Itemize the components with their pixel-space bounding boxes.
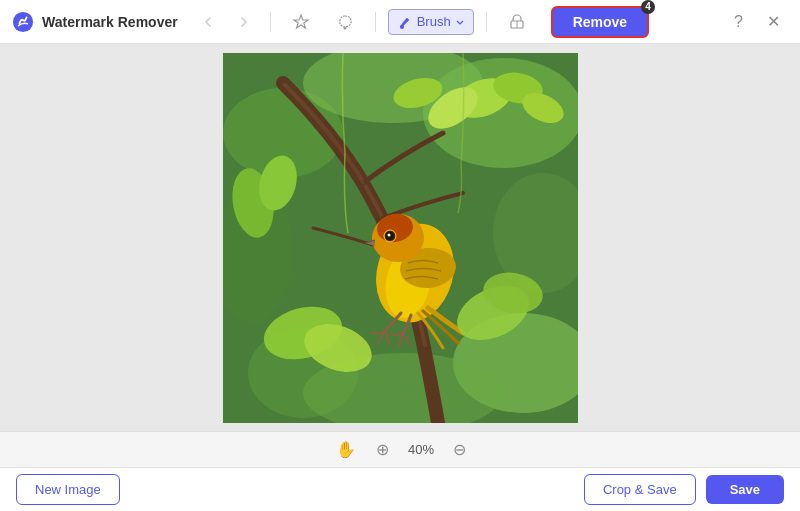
hand-tool-icon[interactable]: ✋ (330, 438, 362, 461)
svg-point-27 (387, 233, 390, 236)
save-button[interactable]: Save (706, 475, 784, 504)
app-logo-icon (12, 11, 34, 33)
close-button[interactable]: ✕ (759, 8, 788, 35)
eraser-tool-button[interactable] (499, 8, 535, 36)
svg-point-0 (13, 11, 33, 31)
remove-button[interactable]: Remove (551, 6, 649, 38)
help-button[interactable]: ? (726, 9, 751, 35)
back-button[interactable] (194, 10, 222, 34)
footer-right: Crop & Save Save (584, 474, 784, 505)
toolbar-divider-3 (486, 12, 487, 32)
zoom-out-icon[interactable]: ⊖ (449, 438, 470, 461)
star-tool-button[interactable] (283, 8, 319, 36)
brush-label: Brush (417, 14, 451, 29)
zoom-level: 40% (403, 442, 439, 457)
svg-point-2 (400, 25, 404, 29)
image-container[interactable] (223, 53, 578, 423)
toolbar-divider-1 (270, 12, 271, 32)
lasso-tool-button[interactable] (327, 8, 363, 36)
zoom-in-icon[interactable]: ⊕ (372, 438, 393, 461)
zoom-bar: ✋ ⊕ 40% ⊖ (0, 431, 800, 467)
title-bar: Watermark Remover Brush (0, 0, 800, 44)
svg-point-1 (343, 26, 346, 29)
brush-dropdown-icon (455, 17, 465, 27)
main-canvas (0, 44, 800, 431)
main-image[interactable] (223, 53, 578, 423)
crop-save-button[interactable]: Crop & Save (584, 474, 696, 505)
brush-tool-button[interactable]: Brush (388, 9, 474, 35)
footer: New Image Crop & Save Save (0, 467, 800, 511)
remove-badge: 4 (641, 0, 655, 14)
app-title: Watermark Remover (42, 14, 178, 30)
forward-button[interactable] (230, 10, 258, 34)
toolbar-divider-2 (375, 12, 376, 32)
new-image-button[interactable]: New Image (16, 474, 120, 505)
remove-badge-container: 4 Remove (543, 6, 649, 38)
